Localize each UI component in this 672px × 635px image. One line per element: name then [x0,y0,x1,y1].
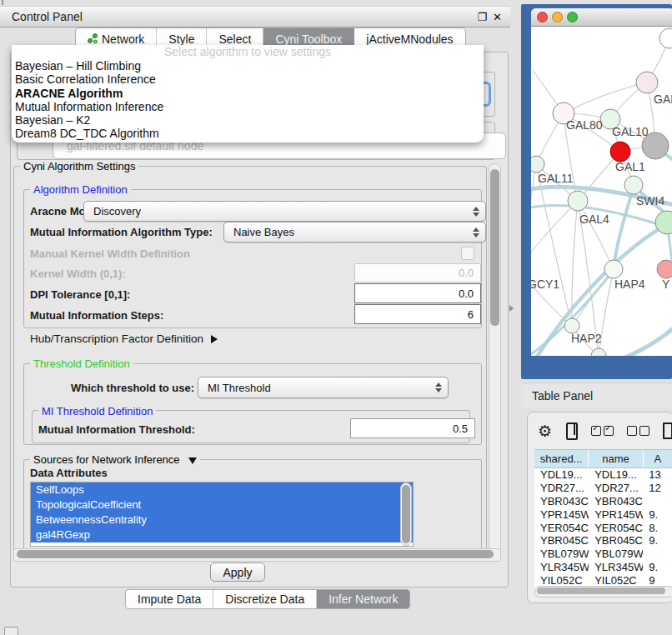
mi-steps-field[interactable]: 6 [354,304,481,324]
attributes-scrollbar[interactable] [400,482,412,546]
attribute-item-selfloops[interactable]: SelfLoops [31,482,413,498]
attribute-item-gal4rgexp[interactable]: gal4RGexp [31,528,413,542]
settings-horizontal-scrollbar[interactable] [13,548,501,562]
table-row[interactable]: YLR345WYLR345W9. [534,561,672,574]
collapse-down-icon [188,458,197,464]
attribute-item-topologicalcoefficient[interactable]: TopologicalCoefficient [31,498,413,512]
dropdown-item-mutual-information-inference[interactable]: Mutual Information Inference [12,100,484,113]
settings-vertical-scrollbar[interactable] [489,163,501,562]
scrollbar-thumb[interactable] [490,169,499,326]
network-node-label: HAP2 [571,332,602,345]
table-cell: YIL052C [534,574,589,587]
dropdown-item-bayesian-hill-climbing[interactable]: Bayesian – Hill Climbing [12,59,484,72]
deselect-all-icon[interactable] [627,426,649,436]
table-cell: YER054C [589,522,643,534]
mac-zoom-icon[interactable] [567,12,578,22]
network-node-label: HAP4 [614,278,645,291]
network-node-label: GCY1 [531,278,559,291]
network-node-label: GAL4 [579,212,609,226]
network-node-gal[interactable] [636,72,658,93]
float-icon[interactable]: ❐ [477,11,487,23]
network-node-gal4[interactable] [568,191,588,211]
mi-steps-value: 6 [468,308,474,321]
table-toolbar: ⚙ [528,418,672,444]
column-header-a[interactable]: A [644,450,672,468]
data-attributes-list[interactable]: SelfLoopsTopologicalCoefficientBetweenne… [30,482,414,547]
hub-definition-label: Hub/Transcription Factor Definition [30,332,203,345]
algorithm-definition-title: Algorithm Definition [30,183,131,196]
table-cell: YBL079W [534,548,589,560]
table-row[interactable]: YIL052CYIL052C9 [534,573,672,587]
mi-threshold-value: 0.5 [453,422,468,435]
table-cell: YBR043C [534,495,589,508]
table-cell: 12 [643,482,672,494]
table-cell: 9. [643,534,672,547]
scrollbar-thumb[interactable] [17,550,494,558]
mi-steps-label: Mutual Information Steps: [30,309,163,322]
expand-right-icon [211,335,218,343]
table-row[interactable]: YDL19...YDL19...13 [534,468,672,482]
table-cell: YBR045C [534,534,589,547]
kernel-width-label: Kernel Width (0,1): [30,268,126,280]
table-panel-window: ⚙ shared...nameA YDL19...YDL19...13YDR27… [527,412,672,603]
table-cell: YLR345W [589,561,643,573]
attribute-item-betweennesscentrality[interactable]: BetweennessCentrality [31,512,413,528]
scrollbar-thumb[interactable] [537,588,665,594]
table-panel-titlebar: Table Panel [521,382,672,408]
table-cell: YPR145W [589,508,643,521]
dpi-tolerance-label: DPI Tolerance [0,1]: [30,288,130,301]
window-grip[interactable] [4,627,18,635]
table-row[interactable]: YPR145WYPR145W9. [534,508,672,521]
dropdown-item-aracne-algorithm[interactable]: ARACNE Algorithm [12,87,484,100]
hub-definition-toggle[interactable]: Hub/Transcription Factor Definition [30,332,218,345]
table-row[interactable]: YER054CYER054C8. [534,521,672,534]
apply-button-label: Apply [223,566,252,579]
mac-close-icon[interactable] [537,12,548,22]
dropdown-item-basic-correlation-inference[interactable]: Basic Correlation Inference [12,72,484,86]
tab-impute-data[interactable]: Impute Data [126,590,213,608]
column-header-shared-[interactable]: shared... [534,450,589,468]
table-row[interactable]: YDR27...YDR27...12 [534,482,672,495]
panel-divider-handle[interactable] [509,305,514,312]
network-node-swi4[interactable] [624,176,643,194]
columns-icon[interactable] [566,422,578,440]
table-row[interactable]: YBR045CYBR045C9. [534,534,672,548]
network-node-label: GAL [654,92,672,106]
mac-minimize-icon[interactable] [552,12,563,22]
tab-label: Select [218,32,251,46]
sources-title[interactable]: Sources for Network Inference [30,453,200,466]
scrollbar-thumb[interactable] [402,485,410,543]
table-row[interactable]: YBR043CYBR043C [534,495,672,508]
select-all-icon[interactable] [591,426,614,436]
dropdown-item-bayesian-k2[interactable]: Bayesian – K2 [12,113,484,127]
network-node-gal1[interactable] [610,142,630,162]
mi-threshold-field[interactable]: 0.5 [350,418,475,438]
dpi-tolerance-field[interactable]: 0.0 [354,283,481,303]
network-canvas[interactable]: GALGAL80GAL10GAL1GAL11SWI4GAL4GCY1HAP4YH… [531,27,672,356]
table-header-row: shared...nameA [534,449,672,468]
dropdown-item-dream8-dc-tdc-algorithm[interactable]: Dream8 DC_TDC Algorithm [12,127,484,140]
gear-icon[interactable]: ⚙ [538,422,552,441]
table-cell: 13 [643,468,672,481]
tab-label: Cyni Toolbox [275,32,342,46]
mi-algorithm-type-combo[interactable]: Naive Bayes [223,222,486,242]
which-threshold-combo[interactable]: MI Threshold [198,377,449,398]
network-node-y[interactable] [657,260,672,278]
network-window[interactable]: GALGAL80GAL10GAL1GAL11SWI4GAL4GCY1HAP4YH… [531,8,672,356]
column-header-name[interactable]: name [589,450,643,468]
apply-button[interactable]: Apply [210,562,265,582]
table-row[interactable]: YBL079WYBL079W [534,548,672,561]
aracne-mode-combo[interactable]: Discovery [83,201,486,222]
close-icon[interactable]: ✕ [493,11,502,23]
network-node-hap4[interactable] [604,260,623,278]
network-node[interactable] [659,28,672,48]
tab-infer-network[interactable]: Infer Network [317,590,409,608]
tab-discretize-data[interactable]: Discretize Data [213,590,317,608]
export-table-icon[interactable] [663,422,672,439]
network-node[interactable] [591,348,606,356]
aracne-mode-value: Discovery [93,205,141,218]
manual-kernel-checkbox[interactable] [461,247,474,260]
network-edge [564,82,647,113]
network-node-gal11[interactable] [531,156,544,172]
table-horizontal-scrollbar[interactable] [534,586,672,598]
